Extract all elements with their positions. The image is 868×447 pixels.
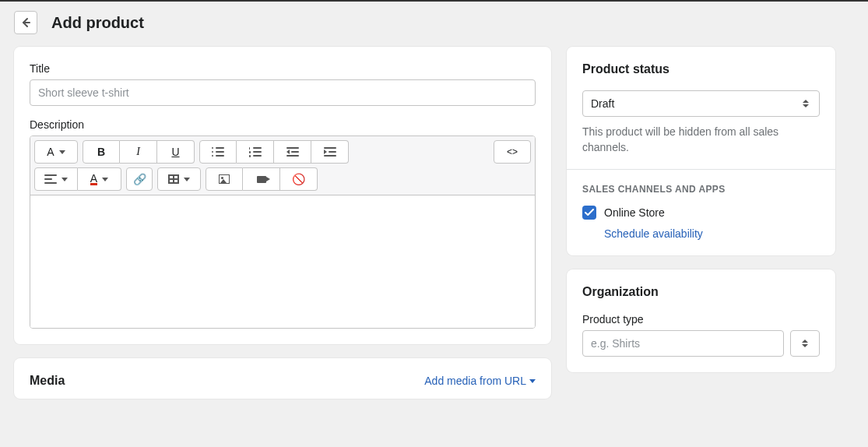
outdent-icon xyxy=(286,147,299,157)
product-status-card: Product status This product will be hidd… xyxy=(567,47,835,255)
code-view-button[interactable]: <> xyxy=(494,140,531,164)
table-button[interactable] xyxy=(157,167,201,191)
title-label: Title xyxy=(30,62,536,75)
underline-button[interactable]: U xyxy=(157,140,195,164)
outdent-button[interactable] xyxy=(274,140,311,164)
bold-button[interactable]: B xyxy=(83,140,120,164)
align-button[interactable] xyxy=(34,167,78,191)
image-button[interactable] xyxy=(206,167,243,191)
online-store-label: Online Store xyxy=(604,206,665,219)
font-style-button[interactable]: A xyxy=(34,140,78,164)
video-button[interactable] xyxy=(243,167,280,191)
caret-down-icon xyxy=(184,178,190,181)
description-label: Description xyxy=(30,118,536,131)
description-textarea[interactable] xyxy=(30,195,535,328)
caret-down-icon xyxy=(529,379,536,383)
italic-button[interactable]: I xyxy=(120,140,157,164)
indent-button[interactable] xyxy=(311,140,349,164)
align-left-icon xyxy=(44,174,57,184)
organization-card: Organization Product type xyxy=(567,269,835,372)
numbered-list-button[interactable] xyxy=(237,140,274,164)
check-icon xyxy=(585,209,594,216)
select-chevrons-icon xyxy=(799,93,812,114)
sales-channels-heading: SALES CHANNELS AND APPS xyxy=(582,184,820,195)
table-icon xyxy=(168,174,179,184)
title-input[interactable] xyxy=(30,79,536,106)
organization-title: Organization xyxy=(582,285,820,299)
add-media-url-link[interactable]: Add media from URL xyxy=(424,375,536,387)
product-info-card: Title Description A B I U xyxy=(14,47,551,344)
editor-toolbar: A B I U xyxy=(30,136,535,195)
bullet-list-button[interactable] xyxy=(199,140,237,164)
bullet-list-icon xyxy=(212,147,224,157)
status-select[interactable] xyxy=(582,90,820,117)
clear-formatting-button[interactable]: 🚫 xyxy=(280,167,318,191)
arrow-left-icon xyxy=(19,16,32,29)
description-editor: A B I U xyxy=(30,136,536,329)
product-type-label: Product type xyxy=(582,313,820,326)
media-card: Media Add media from URL xyxy=(14,358,551,399)
text-color-button[interactable]: A xyxy=(78,167,121,191)
chevron-up-icon xyxy=(802,340,808,343)
chevron-down-icon xyxy=(802,344,808,347)
back-button[interactable] xyxy=(14,11,37,34)
page-title: Add product xyxy=(51,14,144,32)
image-icon xyxy=(219,174,230,184)
video-icon xyxy=(257,176,266,183)
link-button[interactable]: 🔗 xyxy=(126,167,153,191)
product-type-stepper[interactable] xyxy=(790,330,820,357)
indent-icon xyxy=(324,147,336,157)
caret-down-icon xyxy=(102,178,108,181)
media-title: Media xyxy=(30,374,65,388)
status-title: Product status xyxy=(582,62,820,76)
caret-down-icon xyxy=(59,150,65,154)
online-store-checkbox[interactable] xyxy=(582,206,596,220)
status-help-text: This product will be hidden from all sal… xyxy=(582,125,820,155)
clear-format-icon: 🚫 xyxy=(292,173,305,185)
caret-down-icon xyxy=(61,178,68,181)
numbered-list-icon xyxy=(249,147,262,157)
link-icon: 🔗 xyxy=(133,173,146,185)
schedule-availability-link[interactable]: Schedule availability xyxy=(604,227,820,240)
product-type-input[interactable] xyxy=(582,330,784,357)
